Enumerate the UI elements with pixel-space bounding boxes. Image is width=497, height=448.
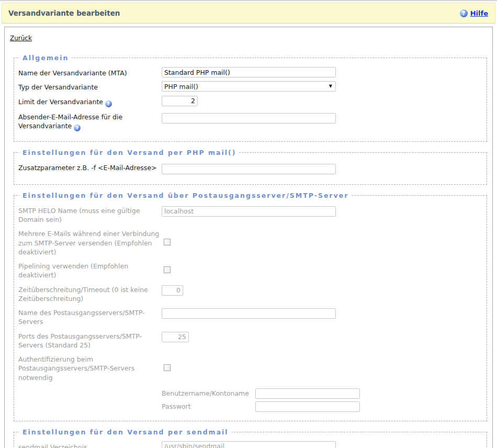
- benutzer-label: Benutzername/Kontoname: [162, 389, 255, 398]
- section-smtp: Einstellungen für den Versand über Posta…: [14, 192, 487, 421]
- absender-label-text: Absender-E-Mail-Adresse für die Versandv…: [18, 113, 122, 130]
- pipelining-checkbox: [164, 266, 171, 273]
- field-row-verzeichnis: sendmail Verzeichnis: [18, 441, 482, 448]
- help-area: ? Hilfe: [460, 9, 488, 17]
- section-allgemein: Allgemein Name der Versandvariante (MTA)…: [14, 54, 487, 142]
- mehrere-checkbox: [164, 239, 171, 245]
- timeout-input: [162, 285, 183, 296]
- timeout-label: Zeitüberschreitung/Timeout (0 ist keine …: [18, 284, 162, 304]
- page-header: Versandvariante bearbeiten ? Hilfe: [2, 3, 495, 24]
- field-row-helo: SMTP HELO Name (muss eine gültige Domain…: [18, 205, 482, 225]
- servername-input: [162, 308, 336, 319]
- field-row-zusatz: Zusatzparameter z.B. -f <E-Mail-Adresse>: [18, 162, 482, 174]
- passwort-label-text: Passwort: [162, 402, 191, 410]
- servername-label: Name des Postausgangsservers/SMTP-Server…: [18, 307, 162, 327]
- section-sendmail-title: Einstellungen für den Versand per sendma…: [19, 428, 232, 436]
- auth-label: Authentifizierung beim Postausgangsserve…: [18, 353, 162, 382]
- name-label-text: Name der Versandvariante (MTA): [18, 69, 127, 77]
- field-row-benutzer: Benutzername/Kontoname: [162, 388, 482, 399]
- field-row-pipelining: Pipelining verwenden (Empfohlen deaktivi…: [18, 260, 482, 280]
- page-title: Versandvariante bearbeiten: [8, 9, 120, 17]
- pipelining-label-text: Pipelining verwenden (Empfohlen deaktivi…: [18, 262, 128, 279]
- passwort-label: Passwort: [162, 402, 255, 411]
- typ-label-text: Typ der Versandvariante: [18, 83, 98, 91]
- back-link[interactable]: Zurück: [10, 35, 32, 42]
- field-row-servername: Name des Postausgangsservers/SMTP-Server…: [18, 307, 482, 327]
- limit-label: Limit der Versandvariante ?: [18, 96, 162, 107]
- benutzer-input: [255, 388, 360, 399]
- mehrere-label: Mehrere E-Mails während einer Verbindung…: [18, 228, 162, 256]
- helo-label-text: SMTP HELO Name (muss eine gültige Domain…: [18, 207, 140, 223]
- field-row-auth: Authentifizierung beim Postausgangsserve…: [18, 353, 482, 382]
- main-panel: Zurück Allgemein Name der Versandvariant…: [4, 27, 493, 448]
- typ-select[interactable]: PHP mail() ▼: [162, 81, 336, 92]
- field-row-name: Name der Versandvariante (MTA): [18, 67, 482, 77]
- limit-label-text: Limit der Versandvariante: [18, 98, 103, 106]
- help-icon[interactable]: ?: [105, 100, 112, 107]
- field-row-mehrere: Mehrere E-Mails während einer Verbindung…: [18, 228, 482, 256]
- servername-label-text: Name des Postausgangsservers/SMTP-Server…: [18, 309, 145, 326]
- field-row-typ: Typ der Versandvariante PHP mail() ▼: [18, 81, 482, 92]
- passwort-input: [255, 401, 360, 412]
- field-row-passwort: Passwort: [162, 401, 482, 412]
- window-top-strip: [0, 0, 497, 1]
- typ-label: Typ der Versandvariante: [18, 81, 162, 92]
- verzeichnis-label: sendmail Verzeichnis: [18, 441, 162, 448]
- verzeichnis-input: [162, 441, 336, 448]
- auth-label-text: Authentifizierung beim Postausgangsserve…: [18, 355, 134, 382]
- helo-input: [162, 206, 336, 217]
- field-row-timeout: Zeitüberschreitung/Timeout (0 ist keine …: [18, 284, 482, 304]
- field-row-limit: Limit der Versandvariante ?: [18, 96, 482, 107]
- typ-select-value: PHP mail(): [164, 83, 198, 91]
- zusatz-label: Zusatzparameter z.B. -f <E-Mail-Adresse>: [18, 162, 162, 172]
- ports-label: Ports des Postausgangsservers/SMTP-Serve…: [18, 330, 162, 350]
- pipelining-label: Pipelining verwenden (Empfohlen deaktivi…: [18, 260, 162, 280]
- mehrere-label-text: Mehrere E-Mails während einer Verbindung…: [18, 230, 159, 256]
- section-allgemein-title: Allgemein: [19, 54, 72, 62]
- help-link[interactable]: Hilfe: [470, 9, 488, 17]
- zusatz-input[interactable]: [162, 164, 336, 174]
- ports-input: [162, 332, 189, 342]
- name-input[interactable]: [162, 67, 336, 77]
- verzeichnis-label-text: sendmail Verzeichnis: [18, 443, 87, 448]
- section-phpmail-title: Einstellungen für den Versand per PHP ma…: [19, 149, 239, 156]
- ports-label-text: Ports des Postausgangsservers/SMTP-Serve…: [18, 332, 142, 349]
- absender-label: Absender-E-Mail-Adresse für die Versandv…: [18, 111, 162, 131]
- benutzer-label-text: Benutzername/Kontoname: [162, 389, 249, 397]
- timeout-label-text: Zeitüberschreitung/Timeout (0 ist keine …: [18, 286, 148, 303]
- help-icon[interactable]: ?: [74, 125, 81, 131]
- field-row-absender: Absender-E-Mail-Adresse für die Versandv…: [18, 111, 482, 131]
- field-row-ports: Ports des Postausgangsservers/SMTP-Serve…: [18, 330, 482, 350]
- section-phpmail: Einstellungen für den Versand per PHP ma…: [14, 149, 487, 185]
- limit-input[interactable]: [162, 96, 198, 106]
- zusatz-label-text: Zusatzparameter z.B. -f <E-Mail-Adresse>: [18, 164, 157, 172]
- helo-label: SMTP HELO Name (muss eine gültige Domain…: [18, 205, 162, 225]
- name-label: Name der Versandvariante (MTA): [18, 67, 162, 77]
- help-icon[interactable]: ?: [460, 9, 468, 17]
- section-smtp-title: Einstellungen für den Versand über Posta…: [19, 192, 352, 199]
- absender-input[interactable]: [162, 113, 336, 124]
- chevron-down-icon: ▼: [329, 84, 332, 88]
- auth-checkbox: [164, 364, 171, 371]
- section-sendmail: Einstellungen für den Versand per sendma…: [14, 428, 487, 448]
